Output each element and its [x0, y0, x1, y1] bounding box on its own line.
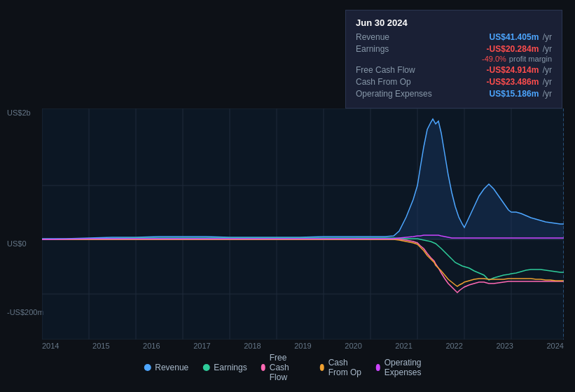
tooltip-earnings: Earnings -US$20.284m /yr	[356, 44, 552, 54]
tooltip-earnings-value: -US$20.284m	[487, 44, 539, 54]
tooltip-opex-value: US$15.186m	[490, 89, 539, 99]
legend-fcf-dot	[261, 364, 265, 371]
x-axis: 2014 2015 2016 2017 2018 2019 2020 2021 …	[42, 342, 564, 350]
tooltip-revenue: Revenue US$41.405m /yr	[356, 32, 552, 42]
tooltip-revenue-suffix: /yr	[543, 32, 552, 42]
y-label-2b: US$2b	[7, 108, 31, 117]
tooltip-title: Jun 30 2024	[356, 18, 552, 28]
tooltip-opex-label: Operating Expenses	[356, 89, 432, 99]
tooltip-box: Jun 30 2024 Revenue US$41.405m /yr Earni…	[345, 10, 562, 108]
legend-revenue-dot	[144, 364, 151, 371]
x-label-2020: 2020	[345, 342, 361, 350]
x-label-2019: 2019	[294, 342, 311, 350]
x-label-2022: 2022	[445, 342, 462, 350]
tooltip-earnings-suffix: /yr	[543, 44, 552, 54]
legend-opex-label: Operating Expenses	[385, 358, 431, 377]
tooltip-fcf-label: Free Cash Flow	[356, 65, 415, 75]
tooltip-margin-label: profit margin	[509, 55, 552, 63]
tooltip-opex-suffix: /yr	[543, 89, 552, 99]
legend-revenue-label: Revenue	[155, 363, 188, 372]
legend-cfo-label: Cash From Op	[328, 358, 362, 377]
tooltip-cfo-suffix: /yr	[543, 77, 552, 87]
tooltip-revenue-label: Revenue	[356, 32, 389, 42]
legend-revenue: Revenue	[144, 363, 188, 372]
tooltip-cfo: Cash From Op -US$23.486m /yr	[356, 77, 552, 87]
legend-opex: Operating Expenses	[376, 358, 431, 377]
legend-cfo: Cash From Op	[320, 358, 362, 377]
legend-earnings-label: Earnings	[214, 363, 247, 372]
chart-svg	[42, 108, 564, 340]
tooltip-fcf-value: -US$24.914m	[487, 65, 539, 75]
x-label-2016: 2016	[143, 342, 160, 350]
legend-earnings: Earnings	[202, 363, 247, 372]
x-label-2018: 2018	[244, 342, 261, 350]
tooltip-opex: Operating Expenses US$15.186m /yr	[356, 89, 552, 99]
legend: Revenue Earnings Free Cash Flow Cash Fro…	[144, 353, 431, 382]
tooltip-revenue-value: US$41.405m	[490, 32, 539, 42]
legend-fcf-label: Free Cash Flow	[270, 353, 306, 382]
x-label-2015: 2015	[92, 342, 109, 350]
legend-fcf: Free Cash Flow	[261, 353, 306, 382]
legend-earnings-dot	[202, 364, 209, 371]
tooltip-cfo-value: -US$23.486m	[487, 77, 539, 87]
legend-cfo-dot	[320, 364, 324, 371]
x-label-2017: 2017	[193, 342, 210, 350]
tooltip-cfo-label: Cash From Op	[356, 77, 411, 87]
x-label-2023: 2023	[496, 342, 513, 350]
x-label-2021: 2021	[395, 342, 412, 350]
tooltip-margin-value: -49.0%	[482, 55, 506, 63]
y-label-0: US$0	[7, 239, 27, 248]
tooltip-earnings-label: Earnings	[356, 44, 389, 54]
tooltip-margin: -49.0% profit margin	[356, 55, 552, 63]
y-label-neg200m: -US$200m	[7, 308, 44, 316]
x-label-2024: 2024	[546, 342, 563, 350]
tooltip-fcf-suffix: /yr	[543, 65, 552, 75]
tooltip-fcf: Free Cash Flow -US$24.914m /yr	[356, 65, 552, 75]
x-label-2014: 2014	[42, 342, 59, 350]
legend-opex-dot	[376, 364, 380, 371]
